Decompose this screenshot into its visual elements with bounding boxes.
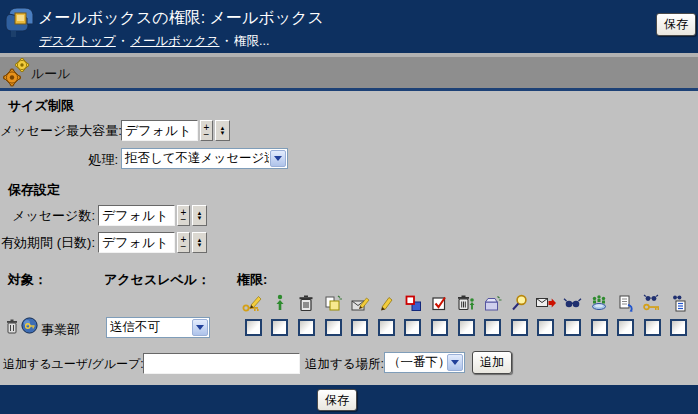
permission-checkbox[interactable] <box>298 319 315 336</box>
permission-checkbox[interactable] <box>351 319 368 336</box>
permission-checkbox[interactable] <box>511 319 528 336</box>
add-place-label: 追加する場所: <box>305 356 384 373</box>
permission-checkbox[interactable] <box>404 319 421 336</box>
permission-checkbox[interactable] <box>484 319 501 336</box>
doc-list-icon <box>666 292 693 314</box>
chevron-down-icon <box>270 150 286 167</box>
permission-checkbox[interactable] <box>617 319 634 336</box>
message-count-updown-button[interactable]: ▲▼ <box>192 205 207 226</box>
footer: 保存 <box>0 385 698 414</box>
rights-header: 権限: <box>237 271 267 289</box>
chevron-down-icon <box>447 354 463 371</box>
permission-checkbox-cell <box>479 317 506 337</box>
action-select[interactable]: 拒否して不達メッセージ送信 <box>121 148 288 169</box>
storage-section-title: 保存設定 <box>8 181 60 199</box>
access-level-header: アクセスレベル： <box>104 271 210 289</box>
gears-icon <box>2 57 32 88</box>
max-size-plusminus-button[interactable]: +− <box>200 120 213 141</box>
add-user-input[interactable] <box>143 353 300 374</box>
mail-pencil-icon <box>346 292 373 314</box>
glasses-icon <box>559 292 586 314</box>
message-count-plusminus-button[interactable]: +− <box>177 205 190 226</box>
permission-checkbox[interactable] <box>644 319 661 336</box>
key-pencil-icon <box>240 292 267 314</box>
permission-checkbox-cell <box>533 317 560 337</box>
permission-checkbox[interactable] <box>271 319 288 336</box>
permission-checkbox-cell <box>586 317 613 337</box>
page-title: メールボックスの権限: メールボックス <box>38 8 324 29</box>
trash-person-icon <box>453 292 480 314</box>
permission-checkbox-cell <box>240 317 267 337</box>
breadcrumb-link-mailbox[interactable]: メールボックス <box>130 34 219 48</box>
rules-toolbar: ルール <box>0 57 698 91</box>
permission-checkbox[interactable] <box>378 319 395 336</box>
folder-ticks-icon <box>479 292 506 314</box>
people-table-icon <box>586 292 613 314</box>
checkbox-checked-icon <box>426 292 453 314</box>
copy-note-icon <box>320 292 347 314</box>
add-user-label: 追加するユーザ/グループ: <box>3 356 144 373</box>
permission-checkbox-cell <box>612 317 639 337</box>
pencil-icon <box>373 292 400 314</box>
save-button-bottom[interactable]: 保存 <box>317 389 357 411</box>
permission-icon-row <box>240 292 692 314</box>
breadcrumb-separator: ・ <box>116 34 131 48</box>
permission-checkbox-cell <box>400 317 427 337</box>
delete-row-trash-icon[interactable] <box>6 319 18 334</box>
retention-plusminus-button[interactable]: +− <box>177 232 190 253</box>
retention-input[interactable] <box>98 232 175 253</box>
header: メールボックスの権限: メールボックス デスクトップ・メールボックス・権限...… <box>0 0 698 53</box>
permission-checkbox-cell <box>506 317 533 337</box>
breadcrumb-current: 権限... <box>234 34 269 48</box>
member-name: 事業部 <box>41 321 80 339</box>
mailbox-permissions-window: メールボックスの権限: メールボックス デスクトップ・メールボックス・権限...… <box>0 0 698 414</box>
permission-checkbox-cell <box>666 317 693 337</box>
person-icon <box>267 292 294 314</box>
permission-checkbox-cell <box>320 317 347 337</box>
permission-checkbox[interactable] <box>591 319 608 336</box>
permission-checkbox[interactable] <box>431 319 448 336</box>
chevron-down-icon <box>192 319 208 336</box>
message-count-label: メッセージ数: <box>0 207 95 225</box>
add-place-select[interactable]: （一番下） <box>384 352 465 373</box>
action-label: 処理: <box>0 151 118 169</box>
doc-arrow-icon <box>612 292 639 314</box>
permission-checkbox-cell <box>373 317 400 337</box>
size-section-title: サイズ制限 <box>8 97 74 115</box>
breadcrumb-separator: ・ <box>220 34 235 48</box>
permission-checkbox-row <box>240 317 692 337</box>
retention-updown-button[interactable]: ▲▼ <box>192 232 207 253</box>
save-button-top[interactable]: 保存 <box>656 13 696 36</box>
target-header: 対象： <box>8 271 47 289</box>
permission-checkbox-cell <box>426 317 453 337</box>
breadcrumb-link-desktop[interactable]: デスクトップ <box>39 34 116 48</box>
add-button[interactable]: 追加 <box>472 351 512 374</box>
max-size-updown-button[interactable]: ▲▼ <box>215 120 230 141</box>
permission-checkbox[interactable] <box>537 319 554 336</box>
permission-checkbox[interactable] <box>670 319 687 336</box>
permission-checkbox[interactable] <box>325 319 342 336</box>
permission-checkbox-cell <box>293 317 320 337</box>
message-count-input[interactable] <box>98 205 175 226</box>
mail-arrow-icon <box>533 292 560 314</box>
permission-checkbox-cell <box>346 317 373 337</box>
mailbox-icon <box>3 4 35 40</box>
breadcrumb: デスクトップ・メールボックス・権限... <box>39 33 269 50</box>
glasses-key-icon <box>639 292 666 314</box>
toolbar-label: ルール <box>31 65 71 83</box>
group-icon <box>21 317 38 334</box>
permission-checkbox[interactable] <box>564 319 581 336</box>
permission-checkbox[interactable] <box>245 319 262 336</box>
permission-checkbox-cell <box>559 317 586 337</box>
squares-icon <box>400 292 427 314</box>
retention-label: 有効期間 (日数): <box>0 234 95 252</box>
permission-checkbox[interactable] <box>458 319 475 336</box>
max-size-label: メッセージ最大容量: <box>0 122 118 140</box>
trash-icon <box>293 292 320 314</box>
permission-checkbox-cell <box>639 317 666 337</box>
magnifier-icon <box>506 292 533 314</box>
max-size-input[interactable] <box>121 120 198 141</box>
permission-checkbox-cell <box>453 317 480 337</box>
permission-checkbox-cell <box>267 317 294 337</box>
access-level-select[interactable]: 送信不可 <box>106 317 210 338</box>
